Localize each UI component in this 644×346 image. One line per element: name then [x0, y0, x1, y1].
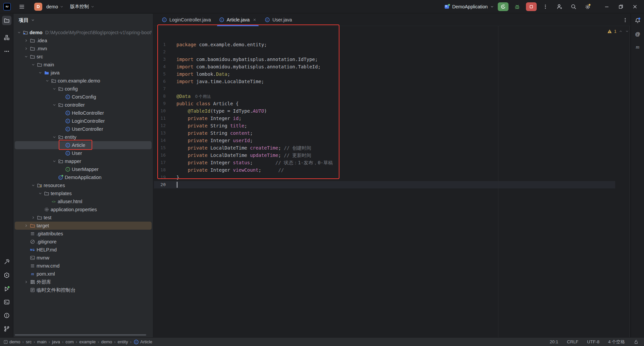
window-close-button[interactable]	[629, 2, 641, 11]
chevron-down-icon[interactable]	[51, 135, 57, 139]
window-restore-button[interactable]	[615, 2, 627, 11]
project-widget[interactable]: demo	[44, 3, 66, 11]
tree-item-LoginController[interactable]: CLoginController	[15, 117, 152, 125]
breadcrumb-src[interactable]: src	[26, 339, 32, 344]
project-panel-header[interactable]: 项目	[13, 14, 153, 26]
main-menu-button[interactable]	[17, 2, 27, 12]
version-control-tool-button[interactable]	[2, 324, 11, 334]
chevron-down-icon[interactable]	[51, 86, 57, 91]
tree-item-UserMapper[interactable]: IUserMapper	[15, 165, 152, 173]
terminal-tool-button[interactable]	[2, 297, 11, 307]
code-editor[interactable]: 1package com.example.demo.entity;23impor…	[154, 26, 631, 337]
tree-item-src[interactable]: src	[15, 53, 152, 61]
tree-item-Article[interactable]: CArticle	[15, 141, 152, 149]
chevron-down-icon[interactable]	[37, 191, 43, 196]
chevron-down-icon[interactable]	[625, 29, 629, 34]
window-minimize-button[interactable]	[601, 2, 612, 11]
debug-button[interactable]	[512, 2, 523, 11]
file-encoding[interactable]: UTF-8	[587, 339, 599, 344]
indent-setting[interactable]: 4 个空格	[608, 339, 625, 345]
run-tool-button[interactable]	[2, 284, 11, 294]
tree-item-templates[interactable]: templates	[15, 189, 152, 197]
more-tools-button[interactable]	[2, 47, 11, 56]
tree-item-.idea[interactable]: .idea	[15, 37, 152, 45]
tree-item-controller[interactable]: controller	[15, 101, 152, 109]
maven-tool-button[interactable]: m	[633, 42, 642, 52]
services-tool-button[interactable]	[2, 271, 11, 280]
tree-item-config[interactable]: config	[15, 85, 152, 93]
tree-item-pom.xml[interactable]: mpom.xml	[15, 270, 152, 278]
tree-item-entity[interactable]: entity	[15, 133, 152, 141]
ai-assistant-button[interactable]: @	[633, 29, 642, 39]
tab-LoginController.java[interactable]: CLoginController.java	[158, 14, 215, 26]
tree-item-com.example.demo[interactable]: com.example.demo	[15, 77, 152, 85]
rerun-button[interactable]	[498, 2, 508, 11]
tree-item-HelloController[interactable]: CHelloController	[15, 109, 152, 117]
breadcrumb-demo[interactable]: demo	[3, 339, 20, 344]
chevron-right-icon[interactable]	[30, 215, 36, 220]
chevron-down-icon[interactable]	[16, 30, 22, 35]
chevron-right-icon[interactable]	[23, 46, 29, 51]
notifications-button[interactable]	[633, 16, 642, 25]
tree-item-mvnw[interactable]: mvnw	[15, 254, 152, 262]
caret-position[interactable]: 20:1	[550, 339, 558, 344]
run-configuration-selector[interactable]: DemoApplication	[444, 4, 494, 10]
chevron-right-icon[interactable]	[23, 223, 29, 228]
code-with-me-button[interactable]	[554, 2, 565, 11]
tree-item-alluser.html[interactable]: <>alluser.html	[15, 197, 152, 206]
breadcrumb-Article[interactable]: CArticle	[133, 339, 152, 345]
tree-item-UserController[interactable]: CUserController	[15, 125, 152, 133]
tree-item-mvnw.cmd[interactable]: mvnw.cmd	[15, 262, 152, 270]
tab-User.java[interactable]: CUser.java	[261, 14, 296, 26]
tree-item-外部库[interactable]: 外部库	[15, 278, 152, 286]
chevron-down-icon[interactable]	[44, 78, 50, 83]
stop-button[interactable]	[526, 2, 537, 11]
chevron-down-icon[interactable]	[51, 159, 57, 164]
tree-item-User[interactable]: CUser	[15, 149, 152, 157]
tree-item-main[interactable]: main	[15, 61, 152, 69]
tree-item-.gitattributes[interactable]: .gitattributes	[15, 230, 152, 238]
tree-item-CorsConfig[interactable]: CCorsConfig	[15, 93, 152, 101]
tab-close-icon[interactable]	[253, 18, 257, 22]
tree-item-java[interactable]: java	[15, 69, 152, 77]
chevron-down-icon[interactable]	[51, 103, 57, 107]
breadcrumb-com[interactable]: com	[65, 339, 74, 344]
chevron-down-icon[interactable]	[30, 183, 36, 188]
chevron-down-icon[interactable]	[37, 70, 43, 75]
editor-options-button[interactable]	[623, 14, 628, 26]
tree-item-mapper[interactable]: mapper	[15, 157, 152, 165]
settings-button[interactable]	[582, 2, 593, 11]
problems-tool-button[interactable]	[2, 311, 11, 320]
breadcrumb-example[interactable]: example	[79, 339, 96, 344]
tree-item-.mvn[interactable]: .mvn	[15, 45, 152, 53]
lock-open-icon[interactable]	[634, 339, 639, 344]
vcs-widget[interactable]: 版本控制	[68, 2, 97, 11]
tab-Article.java[interactable]: CArticle.java	[215, 14, 261, 26]
build-tool-button[interactable]	[2, 257, 11, 267]
breadcrumb-entity[interactable]: entity	[118, 339, 128, 344]
search-everywhere-button[interactable]	[568, 2, 579, 11]
chevron-right-icon[interactable]	[23, 280, 29, 284]
chevron-right-icon[interactable]	[23, 38, 29, 43]
breadcrumb-main[interactable]: main	[37, 339, 47, 344]
tree-item-DemoApplication[interactable]: CDemoApplication	[15, 173, 152, 181]
tree-item-target[interactable]: target	[15, 222, 152, 230]
horizontal-scrollbar[interactable]	[15, 334, 146, 336]
tree-item-resources[interactable]: resources	[15, 181, 152, 189]
inspections-widget[interactable]: 1	[607, 29, 629, 34]
chevron-down-icon[interactable]	[30, 62, 36, 67]
structure-tool-button[interactable]	[2, 33, 11, 42]
more-actions-button[interactable]	[540, 2, 551, 11]
tree-item-application.properties[interactable]: application.properties	[15, 206, 152, 214]
tree-item-demo[interactable]: demoD:\Mycode\MyProject\Blog\project-v1\…	[15, 28, 152, 37]
breadcrumb-demo[interactable]: demo	[101, 339, 112, 344]
chevron-down-icon[interactable]	[23, 54, 29, 59]
tree-item-HELP.md[interactable]: MHELP.md	[15, 246, 152, 254]
tree-item-test[interactable]: test	[15, 214, 152, 222]
line-separator[interactable]: CRLF	[567, 339, 578, 344]
tree-item-.gitignore[interactable]: .gitignore	[15, 238, 152, 246]
project-tool-button[interactable]	[2, 16, 11, 25]
project-avatar[interactable]: D	[34, 3, 42, 11]
breadcrumb-java[interactable]: java	[52, 339, 60, 344]
chevron-up-icon[interactable]	[619, 29, 623, 34]
